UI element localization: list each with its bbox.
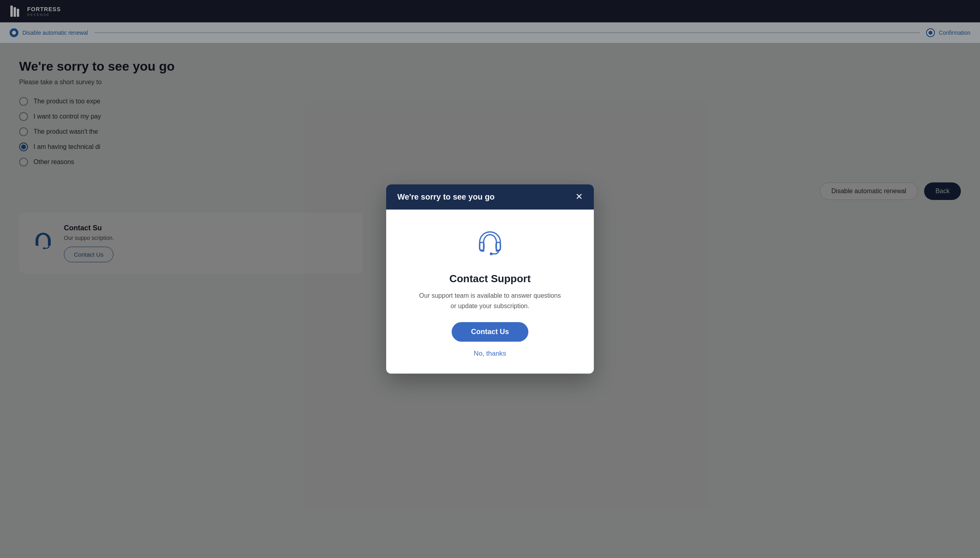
modal-contact-button[interactable]: Contact Us <box>452 322 528 342</box>
modal-header: We're sorry to see you go ✕ <box>386 184 594 210</box>
modal-body: Contact Support Our support team is avai… <box>386 210 594 374</box>
svg-point-8 <box>490 252 493 255</box>
modal-headset-icon <box>472 227 508 265</box>
headset-svg <box>472 227 508 263</box>
modal-close-button[interactable]: ✕ <box>575 192 583 201</box>
modal-description: Our support team is available to answer … <box>418 291 562 311</box>
modal-heading: Contact Support <box>449 273 531 285</box>
modal-overlay: We're sorry to see you go ✕ Contact Supp… <box>0 0 980 558</box>
modal-no-thanks-button[interactable]: No, thanks <box>474 350 506 358</box>
modal-title: We're sorry to see you go <box>397 192 494 202</box>
modal: We're sorry to see you go ✕ Contact Supp… <box>386 184 594 374</box>
